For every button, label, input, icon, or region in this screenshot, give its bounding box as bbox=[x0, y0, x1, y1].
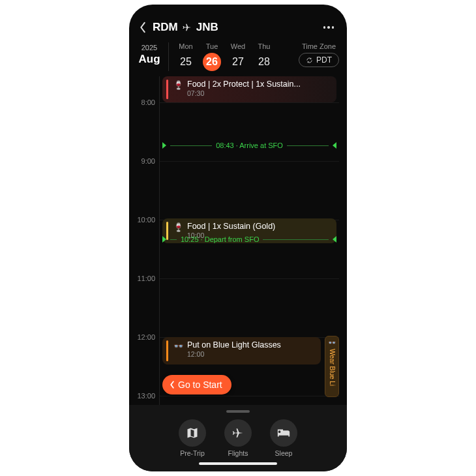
grid: 🍷 Food | 2x Protect | 1x Sustain... 07:3… bbox=[159, 76, 339, 405]
plane-icon bbox=[231, 426, 245, 439]
map-icon bbox=[186, 426, 199, 439]
bed-icon bbox=[276, 426, 291, 439]
timeline[interactable]: 8:00 9:00 10:00 11:00 12:00 13:00 🍷 Food… bbox=[129, 76, 347, 405]
refresh-icon bbox=[306, 57, 313, 64]
glasses-icon: 👓 bbox=[328, 339, 336, 346]
day-tue[interactable]: Tue 26 bbox=[201, 42, 222, 71]
day-wed[interactable]: Wed 27 bbox=[228, 42, 248, 71]
timezone-label: Time Zone bbox=[299, 42, 339, 50]
origin-code: RDM bbox=[153, 21, 178, 34]
trip-title: RDM JNB bbox=[153, 21, 218, 34]
day-thu[interactable]: Thu 28 bbox=[254, 42, 275, 71]
year-label: 2025 bbox=[137, 44, 162, 52]
marker-depart-sfo: 10:25 · Depart from SFO bbox=[162, 235, 336, 243]
home-indicator[interactable] bbox=[199, 462, 277, 465]
food-icon: 🍷 bbox=[173, 222, 185, 232]
status-bar bbox=[129, 5, 347, 18]
header: RDM JNB bbox=[129, 18, 347, 38]
month-label: Aug bbox=[137, 53, 162, 66]
timezone-picker[interactable]: PDT bbox=[299, 53, 339, 67]
date-strip: 2025 Aug Mon 25 Tue 26 Wed 27 Thu 28 Tim… bbox=[129, 38, 347, 76]
side-pill-wear-blue-light[interactable]: 👓 Wear Blue Li bbox=[325, 336, 339, 397]
nav-pretrip[interactable]: Pre-Trip bbox=[179, 419, 206, 457]
drag-handle[interactable] bbox=[226, 410, 250, 413]
day-mon[interactable]: Mon 25 bbox=[175, 42, 196, 71]
days-row: Mon 25 Tue 26 Wed 27 Thu 28 bbox=[168, 42, 292, 71]
event-blue-light-glasses[interactable]: 👓 Put on Blue Light Glasses 12:00 bbox=[162, 337, 321, 364]
nav-flights[interactable]: Flights bbox=[224, 419, 252, 457]
back-button[interactable] bbox=[136, 20, 150, 35]
hour-column: 8:00 9:00 10:00 11:00 12:00 13:00 bbox=[129, 76, 159, 405]
dest-code: JNB bbox=[196, 21, 218, 34]
event-food-protect[interactable]: 🍷 Food | 2x Protect | 1x Sustain... 07:3… bbox=[162, 76, 336, 102]
marker-arrive-sfo: 08:43 · Arrive at SFO bbox=[162, 141, 336, 149]
go-to-start-button[interactable]: Go to Start bbox=[162, 375, 231, 394]
glasses-icon: 👓 bbox=[173, 341, 185, 351]
bottom-sheet: Pre-Trip Flights Sleep bbox=[129, 405, 347, 471]
food-icon: 🍷 bbox=[173, 80, 185, 90]
app-screen: RDM JNB 2025 Aug Mon 25 Tue 26 bbox=[129, 5, 347, 471]
more-menu-button[interactable] bbox=[320, 22, 338, 33]
nav-sleep[interactable]: Sleep bbox=[270, 419, 297, 457]
plane-icon bbox=[182, 22, 192, 33]
chevron-left-icon bbox=[169, 381, 175, 389]
